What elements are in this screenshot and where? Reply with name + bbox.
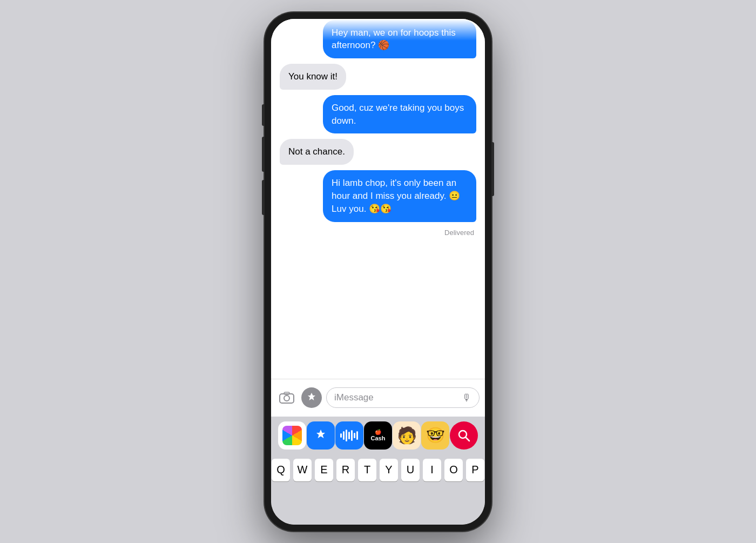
animoji-icon: 🤓 (426, 426, 445, 444)
apple-cash-button[interactable]: 🍎 Cash (364, 421, 392, 450)
keyboard: Q W E R T Y U I O P (271, 454, 485, 525)
message-bubble-3: Good, cuz we're taking you boys down. (323, 95, 476, 134)
memoji-icon: 🧑 (397, 426, 417, 445)
phone-screen: Hey man, we on for hoops this afternoon?… (271, 19, 485, 525)
photos-app-button[interactable] (278, 421, 306, 450)
message-bubble-1: Hey man, we on for hoops this afternoon?… (323, 20, 476, 59)
message-bubble-5: Hi lamb chop, it's only been an hour and… (323, 170, 476, 222)
key-q[interactable]: Q (272, 459, 290, 481)
camera-button[interactable] (276, 387, 297, 408)
message-text-2: You know it! (288, 71, 338, 82)
delivered-label: Delivered (280, 229, 476, 237)
key-w[interactable]: W (293, 459, 312, 481)
message-row-4: Not a chance. (280, 139, 476, 165)
message-text-1: Hey man, we on for hoops this afternoon?… (332, 28, 456, 51)
message-text-4: Not a chance. (288, 146, 345, 157)
svg-line-4 (466, 437, 470, 441)
message-bubble-2: You know it! (280, 64, 346, 90)
message-text-3: Good, cuz we're taking you boys down. (332, 103, 464, 126)
message-row-2: You know it! (280, 64, 476, 90)
messages-area: Hey man, we on for hoops this afternoon?… (271, 19, 485, 373)
message-row-5: Hi lamb chop, it's only been an hour and… (280, 170, 476, 222)
key-r[interactable]: R (336, 459, 355, 481)
power-button[interactable] (491, 142, 494, 196)
photos-icon (282, 426, 302, 445)
appstore-app-button[interactable] (307, 421, 335, 450)
message-row-1: Hey man, we on for hoops this afternoon?… (280, 20, 476, 59)
message-bubble-4: Not a chance. (280, 139, 354, 165)
svg-point-1 (284, 395, 289, 401)
message-input[interactable]: iMessage 🎙 (326, 387, 480, 408)
waveform-icon (340, 428, 358, 443)
appstore-button[interactable] (301, 387, 322, 408)
key-e[interactable]: E (315, 459, 333, 481)
key-p[interactable]: P (466, 459, 484, 481)
message-text-5: Hi lamb chop, it's only been an hour and… (332, 178, 460, 214)
mute-button[interactable] (262, 104, 265, 126)
apps-bar: 🍎 Cash 🧑 🤓 (271, 417, 485, 454)
input-placeholder: iMessage (334, 392, 457, 403)
key-o[interactable]: O (444, 459, 463, 481)
search-app-button[interactable] (450, 421, 478, 450)
mic-icon: 🎙 (462, 392, 471, 404)
animoji-button[interactable]: 🤓 (421, 421, 449, 450)
keyboard-row-1: Q W E R T Y U I O P (273, 459, 483, 481)
key-y[interactable]: Y (380, 459, 398, 481)
audio-app-button[interactable] (335, 421, 363, 450)
message-row-3: Good, cuz we're taking you boys down. (280, 95, 476, 134)
apple-cash-label: 🍎 Cash (371, 429, 386, 441)
key-i[interactable]: I (423, 459, 441, 481)
phone-wrapper: Hey man, we on for hoops this afternoon?… (265, 12, 491, 531)
key-t[interactable]: T (358, 459, 376, 481)
memoji-button[interactable]: 🧑 (393, 421, 421, 450)
key-u[interactable]: U (401, 459, 420, 481)
volume-down-button[interactable] (262, 180, 265, 215)
input-bar: iMessage 🎙 (271, 379, 485, 417)
volume-up-button[interactable] (262, 137, 265, 172)
